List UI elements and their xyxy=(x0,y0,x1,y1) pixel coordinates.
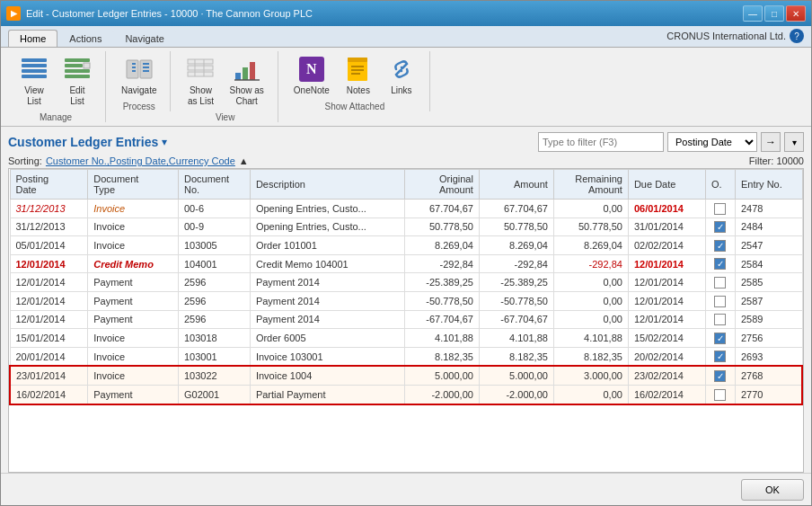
table-row[interactable]: 12/01/2014 Payment 2596 Payment 2014 -67… xyxy=(10,310,802,329)
tab-home[interactable]: Home xyxy=(8,30,57,47)
open-checkbox[interactable] xyxy=(714,296,726,307)
open-checkbox[interactable]: ✓ xyxy=(714,351,726,362)
table-row[interactable]: 31/12/2013 Invoice 00-6 Opening Entries,… xyxy=(10,200,802,218)
filter-input[interactable] xyxy=(538,132,664,152)
table-row[interactable]: 20/01/2014 Invoice 103001 Invoice 103001… xyxy=(10,347,802,366)
col-posting-date[interactable]: PostingDate xyxy=(10,170,88,200)
ledger-table-container[interactable]: PostingDate DocumentType DocumentNo. Des… xyxy=(8,168,804,473)
cell-posting-date: 31/12/2013 xyxy=(10,200,88,218)
filter-go-button[interactable]: → xyxy=(761,132,781,152)
open-checkbox[interactable] xyxy=(714,203,726,215)
show-as-list-button[interactable]: Showas List xyxy=(180,51,221,111)
ok-button[interactable]: OK xyxy=(741,479,804,501)
col-open[interactable]: O. xyxy=(706,170,736,200)
sorting-value[interactable]: Customer No.,Posting Date,Currency Code xyxy=(46,155,235,166)
ribbon-group-manage: ViewList EditList Manage xyxy=(6,51,106,122)
svg-rect-1 xyxy=(22,64,47,67)
cell-orig-amount: 8.269,04 xyxy=(404,236,479,255)
show-chart-icon xyxy=(233,55,261,84)
cell-doc-type: Invoice xyxy=(88,200,179,218)
filter-field-dropdown[interactable]: Posting Date xyxy=(667,132,757,152)
cell-posting-date: 23/01/2014 xyxy=(10,366,88,385)
manage-group-label: Manage xyxy=(40,112,72,122)
open-checkbox[interactable]: ✓ xyxy=(714,258,726,270)
svg-rect-18 xyxy=(188,66,213,70)
help-button[interactable]: ? xyxy=(790,29,804,43)
notes-button[interactable]: Notes xyxy=(338,51,379,100)
table-row[interactable]: 12/01/2014 Payment 2596 Payment 2014 -50… xyxy=(10,291,802,310)
open-checkbox[interactable]: ✓ xyxy=(714,333,726,344)
company-name: CRONUS International Ltd. ? xyxy=(666,29,804,43)
cell-doc-type: Invoice xyxy=(88,217,179,236)
tab-navigate[interactable]: Navigate xyxy=(113,30,175,47)
col-description[interactable]: Description xyxy=(250,170,404,200)
open-checkbox[interactable]: ✓ xyxy=(714,221,726,233)
cell-doc-no: 2596 xyxy=(179,291,251,310)
table-row[interactable]: 23/01/2014 Invoice 103022 Invoice 1004 5… xyxy=(10,366,802,385)
col-document-no[interactable]: DocumentNo. xyxy=(179,170,251,200)
sort-direction-icon[interactable]: ▲ xyxy=(239,155,249,166)
cell-due-date: 12/01/2014 xyxy=(628,254,705,273)
onenote-button[interactable]: N OneNote xyxy=(287,51,336,100)
table-row[interactable]: 15/01/2014 Invoice 103018 Order 6005 4.1… xyxy=(10,329,802,348)
open-checkbox[interactable] xyxy=(714,314,726,325)
table-row[interactable]: 12/01/2014 Credit Memo 104001 Credit Mem… xyxy=(10,254,802,273)
page-title-dropdown-icon[interactable]: ▾ xyxy=(162,136,167,148)
sorting-label: Sorting: xyxy=(8,155,42,166)
svg-rect-2 xyxy=(22,69,47,73)
table-row[interactable]: 31/12/2013 Invoice 00-9 Opening Entries,… xyxy=(10,217,802,236)
table-row[interactable]: 05/01/2014 Invoice 103005 Order 101001 8… xyxy=(10,236,802,255)
col-remaining-amount[interactable]: RemainingAmount xyxy=(553,170,628,200)
cell-entry-no: 2484 xyxy=(735,217,802,236)
svg-rect-8 xyxy=(65,75,90,78)
cell-description: Order 6005 xyxy=(250,329,404,348)
filter-expand-button[interactable]: ▾ xyxy=(784,132,804,152)
title-bar: ▶ Edit - Customer Ledger Entries - 10000… xyxy=(1,1,811,26)
cell-posting-date: 15/01/2014 xyxy=(10,329,88,348)
col-original-amount[interactable]: OriginalAmount xyxy=(404,170,479,200)
show-as-chart-button[interactable]: Show asChart xyxy=(223,51,269,111)
cell-description: Payment 2014 xyxy=(250,310,404,329)
app-icon: ▶ xyxy=(6,6,21,21)
cell-doc-no: 00-9 xyxy=(179,217,251,236)
open-checkbox[interactable] xyxy=(714,389,726,401)
links-button[interactable]: Links xyxy=(381,51,422,100)
col-amount[interactable]: Amount xyxy=(479,170,553,200)
open-checkbox[interactable]: ✓ xyxy=(714,370,726,382)
col-document-type[interactable]: DocumentType xyxy=(88,170,179,200)
open-checkbox[interactable] xyxy=(714,277,726,289)
col-entry-no[interactable]: Entry No. xyxy=(735,170,802,200)
table-header-row: PostingDate DocumentType DocumentNo. Des… xyxy=(10,170,802,200)
table-row[interactable]: 12/01/2014 Payment 2596 Payment 2014 -25… xyxy=(10,273,802,292)
cell-amount: 67.704,67 xyxy=(479,200,553,218)
window-controls: — □ ✕ xyxy=(743,5,806,22)
cell-doc-type: Payment xyxy=(88,310,179,329)
cell-entry-no: 2585 xyxy=(735,273,802,292)
navigate-button[interactable]: Navigate xyxy=(115,51,163,100)
tab-actions[interactable]: Actions xyxy=(57,30,113,47)
cell-posting-date: 05/01/2014 xyxy=(10,236,88,255)
cell-due-date: 12/01/2014 xyxy=(628,310,705,329)
cell-open xyxy=(706,310,736,329)
minimize-button[interactable]: — xyxy=(743,5,763,22)
col-due-date[interactable]: Due Date xyxy=(628,170,705,200)
cell-remaining: 0,00 xyxy=(553,291,628,310)
cell-description: Opening Entries, Custo... xyxy=(250,217,404,236)
table-row[interactable]: 16/02/2014 Payment G02001 Partial Paymen… xyxy=(10,385,802,404)
cell-due-date: 12/01/2014 xyxy=(628,291,705,310)
edit-list-button[interactable]: EditList xyxy=(57,51,98,111)
page-title: Customer Ledger Entries xyxy=(8,135,158,149)
cell-amount: 5.000,00 xyxy=(479,366,553,385)
cell-due-date: 06/01/2014 xyxy=(628,200,705,218)
open-checkbox[interactable]: ✓ xyxy=(714,240,726,252)
cell-entry-no: 2478 xyxy=(735,200,802,218)
svg-rect-27 xyxy=(348,58,367,62)
cell-remaining: 0,00 xyxy=(553,385,628,404)
edit-list-icon xyxy=(63,55,92,84)
cell-open: ✓ xyxy=(706,329,736,348)
close-button[interactable]: ✕ xyxy=(786,5,806,22)
manage-buttons: ViewList EditList xyxy=(13,51,98,111)
view-list-button[interactable]: ViewList xyxy=(13,51,55,111)
maximize-button[interactable]: □ xyxy=(764,5,784,22)
cell-amount: 8.269,04 xyxy=(479,236,553,255)
